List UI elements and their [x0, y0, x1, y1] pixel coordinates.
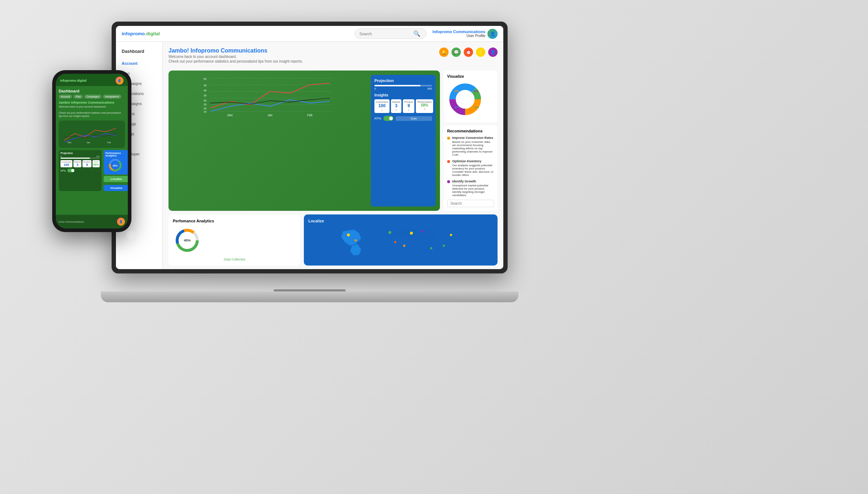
- laptop-user-role: User Profile: [432, 34, 485, 38]
- svg-text:Jan: Jan: [267, 113, 273, 117]
- data-collected-label: Data Collected: [173, 258, 296, 261]
- projection-title: Projection: [374, 78, 432, 83]
- svg-point-43: [410, 232, 413, 235]
- phone-perf-box: Performance Analytics 45%: [104, 150, 128, 175]
- laptop-logo: infopromo.digital: [122, 31, 160, 36]
- reco-text-1: Improve Conversion Rates Based on your c…: [452, 136, 494, 157]
- kpi-toggle[interactable]: [383, 116, 393, 121]
- insight-customers: Customers 100 1: [374, 99, 390, 113]
- proj-range-start: 0: [374, 87, 376, 90]
- laptop-user-name: Infopromo Communications: [432, 30, 485, 34]
- welcome-sub2: Check out your performance statistics an…: [168, 59, 303, 63]
- action-icons: 🔔 💬 ⏰ ⭐ 👤: [439, 47, 498, 57]
- svg-point-41: [388, 231, 391, 234]
- welcome-sub1: Welcome back to your account dashboard.: [168, 55, 303, 59]
- svg-text:Dec: Dec: [228, 113, 233, 117]
- phone-footer-text: romo Communications: [59, 221, 84, 223]
- phone-welcome: Jambo! Infopromo Communications: [59, 101, 125, 104]
- reco-dot-1: [447, 137, 450, 140]
- sidebar-item-dashboard[interactable]: Dashboard: [116, 46, 162, 57]
- reco-text-2: Optimize Inventory Our analysis suggests…: [452, 159, 494, 177]
- kpi-date[interactable]: Date: [396, 116, 432, 121]
- svg-text:20: 20: [203, 107, 206, 110]
- svg-text:35: 35: [203, 94, 206, 97]
- svg-text:25: 25: [203, 103, 206, 106]
- laptop-topnav: infopromo.digital 🔍 Infopromo Communicat…: [116, 26, 503, 42]
- reco-item-1: Improve Conversion Rates Based on your c…: [447, 136, 494, 157]
- svg-text:50: 50: [203, 77, 206, 81]
- action-icon-star[interactable]: ⭐: [476, 47, 485, 57]
- phone-pill-account[interactable]: Account: [59, 95, 72, 99]
- welcome-section: Jambo! Infopromo Communications Welcome …: [168, 47, 303, 63]
- proj-range-end: 365: [427, 87, 432, 90]
- localize-title: Localize: [308, 219, 493, 223]
- reco-dot-2: [447, 160, 450, 163]
- action-icon-clock[interactable]: ⏰: [464, 47, 473, 57]
- action-icon-user[interactable]: 👤: [488, 47, 498, 57]
- insight-product: Product 9 3: [403, 99, 414, 113]
- phone-content: Dashboard Account Plan Campaigns Intergr…: [56, 86, 128, 215]
- svg-point-44: [421, 230, 423, 232]
- svg-text:30: 30: [203, 99, 206, 102]
- laptop-device: infopromo.digital 🔍 Infopromo Communicat…: [112, 22, 508, 302]
- laptop-search-box[interactable]: 🔍: [355, 28, 427, 39]
- svg-text:15: 15: [203, 110, 206, 113]
- insights-grid: Customers 100 1 Market 3 2: [374, 99, 432, 113]
- phone-insights-mini: Customers100 Market3 Product9 Perf58%: [60, 160, 100, 167]
- reco-item-3: Identify Growth Unexplored market potent…: [447, 180, 494, 197]
- svg-text:45: 45: [203, 84, 206, 87]
- reco-text-3: Identify Growth Unexplored market potent…: [452, 180, 494, 197]
- phone-back-btn[interactable]: ‹: [126, 231, 135, 239]
- performance-analytics-box: Perfomance Analytics 45%: [168, 214, 300, 266]
- svg-text:40: 40: [203, 89, 206, 92]
- phone-logo: infopromo.digital: [60, 79, 87, 82]
- svg-text:45%: 45%: [184, 238, 191, 242]
- visualize-title: Visualize: [447, 74, 494, 78]
- phone-bottom-avatar: 👤: [117, 218, 125, 226]
- svg-text:37%: 37%: [454, 106, 460, 109]
- phone-proj-title: Projection: [60, 152, 100, 154]
- welcome-title: Jambo! Infopromo Communications: [168, 47, 303, 54]
- svg-text:25%: 25%: [473, 90, 479, 92]
- svg-point-48: [443, 245, 445, 247]
- recommendations-box: Recommendations Improve Conversion Rates…: [444, 125, 498, 211]
- laptop-user-info: Infopromo Communications User Profile 👤: [432, 29, 498, 39]
- action-icon-chat[interactable]: 💬: [451, 47, 461, 57]
- svg-point-45: [430, 247, 432, 249]
- phone-avatar: 👤: [116, 77, 123, 85]
- charts-row: 50 45 40 35 30 25 20 15: [168, 71, 498, 211]
- phone-pill-campaigns[interactable]: Campaigns: [84, 95, 101, 99]
- phone-chart-box: Dec Jan Feb: [59, 121, 125, 148]
- search-input[interactable]: [359, 32, 413, 36]
- phone-pill-plan[interactable]: Plan: [73, 95, 83, 99]
- reco-dot-3: [447, 180, 450, 183]
- svg-point-47: [450, 234, 452, 236]
- side-panel: Visualize: [444, 71, 498, 211]
- phone-localize-btn[interactable]: Localize: [104, 176, 128, 182]
- reco-search-input[interactable]: [447, 200, 494, 207]
- localize-box: Localize: [304, 214, 498, 266]
- phone-topbar: infopromo.digital 👤: [56, 74, 128, 86]
- sidebar-item-account[interactable]: Account: [116, 58, 162, 68]
- svg-point-40: [355, 239, 357, 241]
- phone-bottom-row: Projection 0365 Customers100 Market3 Pro…: [59, 150, 125, 191]
- kpi-row: KPIs Date: [374, 116, 432, 121]
- phone-visualize-btn[interactable]: Visualize: [104, 185, 128, 191]
- svg-text:Dec: Dec: [68, 141, 71, 144]
- svg-point-39: [347, 234, 350, 236]
- svg-text:45%: 45%: [113, 164, 118, 167]
- action-icon-bell[interactable]: 🔔: [439, 47, 449, 57]
- kpi-label: KPIs: [374, 117, 381, 120]
- svg-text:Feb: Feb: [307, 113, 313, 117]
- search-icon: 🔍: [413, 30, 420, 37]
- svg-text:13%: 13%: [474, 106, 480, 109]
- projection-box: Projection 0 365 Insights: [371, 75, 436, 207]
- search-bottom[interactable]: [447, 200, 494, 207]
- phone-kpi-row: KPIs: [60, 169, 100, 172]
- phone-device: infopromo.digital 👤 Dashboard Account Pl…: [52, 70, 131, 232]
- svg-text:Jan: Jan: [87, 141, 90, 144]
- phone-sub2: Check out your performance statistics an…: [59, 111, 125, 118]
- phone-pills: Account Plan Campaigns Intergrations: [59, 95, 125, 99]
- phone-pill-integrations[interactable]: Intergrations: [103, 95, 121, 99]
- svg-point-46: [403, 245, 405, 247]
